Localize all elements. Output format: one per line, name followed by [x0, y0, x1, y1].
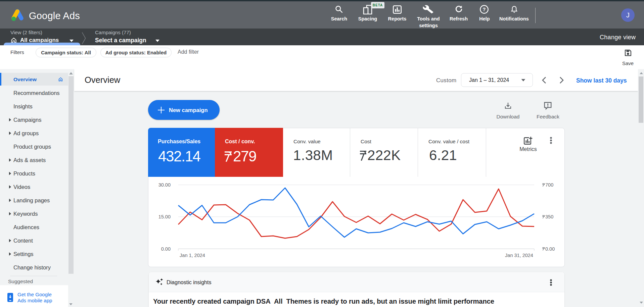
svg-text:350: 350: [545, 214, 553, 219]
svg-text:700: 700: [545, 182, 553, 188]
svg-text:0.00: 0.00: [545, 246, 555, 252]
svg-text:30.00: 30.00: [158, 182, 171, 188]
svg-text:?: ?: [482, 6, 486, 12]
svg-text:Jan 1, 2024: Jan 1, 2024: [180, 253, 205, 258]
svg-text:0.00: 0.00: [161, 246, 171, 252]
svg-text:Jan 31, 2024: Jan 31, 2024: [505, 253, 533, 258]
svg-text:15.00: 15.00: [158, 214, 171, 219]
